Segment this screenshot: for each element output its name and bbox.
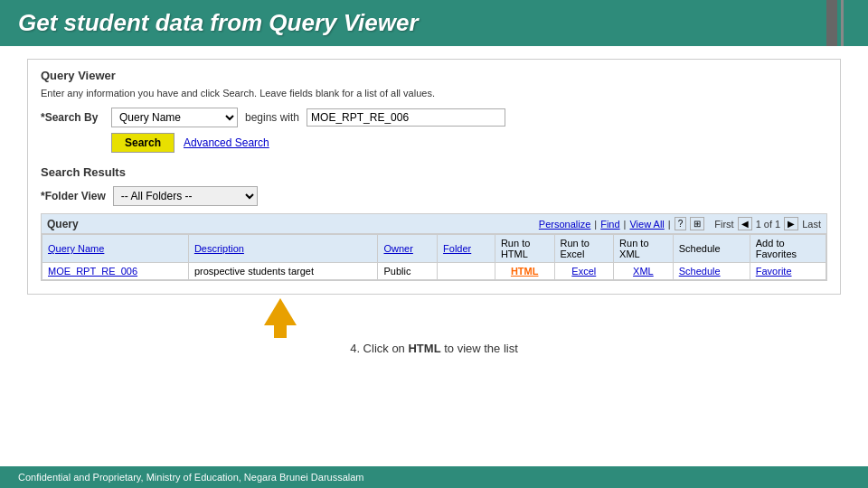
- header: Get student data from Query Viewer: [0, 0, 868, 46]
- up-arrow: [264, 298, 297, 325]
- find-link[interactable]: Find: [600, 219, 619, 230]
- qv-title: Query Viewer: [41, 69, 827, 82]
- run-excel-link[interactable]: Excel: [571, 266, 596, 277]
- cell-run-html: HTML: [495, 263, 554, 280]
- advanced-search-link[interactable]: Advanced Search: [184, 136, 269, 149]
- arrow-container: [27, 295, 841, 340]
- personalize-link[interactable]: Personalize: [539, 219, 590, 230]
- folder-view-label: *Folder View: [41, 190, 106, 202]
- search-results-title: Search Results: [41, 165, 827, 179]
- cell-run-xml: XML: [614, 263, 674, 280]
- col-run-html: Run toHTML: [495, 235, 554, 263]
- table-toolbar: Personalize | Find | View All | ? ⊞ Firs…: [539, 217, 821, 230]
- favorite-link[interactable]: Favorite: [756, 266, 792, 277]
- folder-view-row: *Folder View -- All Folders --: [41, 186, 827, 206]
- dec-bar1: [826, 0, 837, 46]
- col-run-excel: Run toExcel: [554, 235, 614, 263]
- table-grid-btn[interactable]: ⊞: [690, 217, 704, 230]
- footer: Confidential and Proprietary, Ministry o…: [0, 466, 868, 488]
- begins-with-label: begins with: [245, 111, 299, 124]
- search-btn-row: Search Advanced Search: [41, 133, 827, 153]
- pagination-first: [708, 219, 711, 230]
- prev-page-btn[interactable]: ◀: [738, 217, 752, 230]
- qv-hint: Enter any information you have and click…: [41, 88, 827, 99]
- query-table-header-label: Query: [47, 218, 79, 230]
- page-title: Get student data from Query Viewer: [18, 9, 419, 37]
- next-page-btn[interactable]: ▶: [784, 217, 798, 230]
- query-table-header-bar: Query Personalize | Find | View All | ? …: [42, 214, 826, 234]
- dec-bar2: [841, 0, 868, 46]
- click-instruction-text: 4. Click on HTML to view the list: [350, 342, 518, 355]
- cell-favorite: Favorite: [750, 263, 826, 280]
- cell-run-excel: Excel: [554, 263, 614, 280]
- search-by-select[interactable]: Query Name: [111, 108, 238, 127]
- schedule-link[interactable]: Schedule: [679, 266, 721, 277]
- col-favorites: Add toFavorites: [750, 235, 826, 263]
- run-html-link[interactable]: HTML: [511, 266, 539, 277]
- search-by-label: *Search By: [41, 111, 104, 124]
- cell-description: prospective students target: [188, 263, 378, 280]
- query-table: Query Name Description Owner Folder Run …: [42, 234, 826, 280]
- run-xml-link[interactable]: XML: [633, 266, 654, 277]
- search-button[interactable]: Search: [111, 133, 175, 153]
- col-owner: Owner: [378, 235, 438, 263]
- header-decoration: [826, 0, 868, 46]
- col-query-name: Query Name: [42, 235, 189, 263]
- click-instruction: 4. Click on HTML to view the list: [27, 340, 841, 361]
- arrow-shaft: [274, 324, 287, 338]
- col-query-name-link[interactable]: Query Name: [48, 243, 104, 254]
- view-all-link[interactable]: View All: [629, 219, 664, 230]
- search-value-input[interactable]: [307, 108, 505, 127]
- query-viewer-panel: Query Viewer Enter any information you h…: [27, 59, 841, 295]
- table-row: MOE_RPT_RE_006 prospective students targ…: [42, 263, 826, 280]
- main-content: Query Viewer Enter any information you h…: [0, 46, 868, 368]
- col-description: Description: [188, 235, 378, 263]
- query-name-link[interactable]: MOE_RPT_RE_006: [48, 266, 137, 277]
- col-folder-link[interactable]: Folder: [443, 243, 471, 254]
- page-info: 1 of 1: [756, 219, 781, 230]
- footer-text: Confidential and Proprietary, Ministry o…: [18, 472, 364, 483]
- cell-query-name: MOE_RPT_RE_006: [42, 263, 189, 280]
- col-run-xml: Run toXML: [614, 235, 674, 263]
- first-label: First: [714, 219, 733, 230]
- col-owner-link[interactable]: Owner: [383, 243, 412, 254]
- table-options-btn[interactable]: ?: [675, 217, 687, 230]
- folder-view-select[interactable]: -- All Folders --: [113, 186, 258, 206]
- col-folder: Folder: [438, 235, 495, 263]
- cell-owner: Public: [378, 263, 438, 280]
- last-label: Last: [802, 219, 821, 230]
- table-header-row: Query Name Description Owner Folder Run …: [42, 235, 826, 263]
- cell-folder: [438, 263, 495, 280]
- col-description-link[interactable]: Description: [194, 243, 244, 254]
- col-schedule: Schedule: [673, 235, 750, 263]
- cell-schedule: Schedule: [673, 263, 750, 280]
- query-table-container: Query Personalize | Find | View All | ? …: [41, 213, 827, 281]
- search-by-row: *Search By Query Name begins with: [41, 108, 827, 127]
